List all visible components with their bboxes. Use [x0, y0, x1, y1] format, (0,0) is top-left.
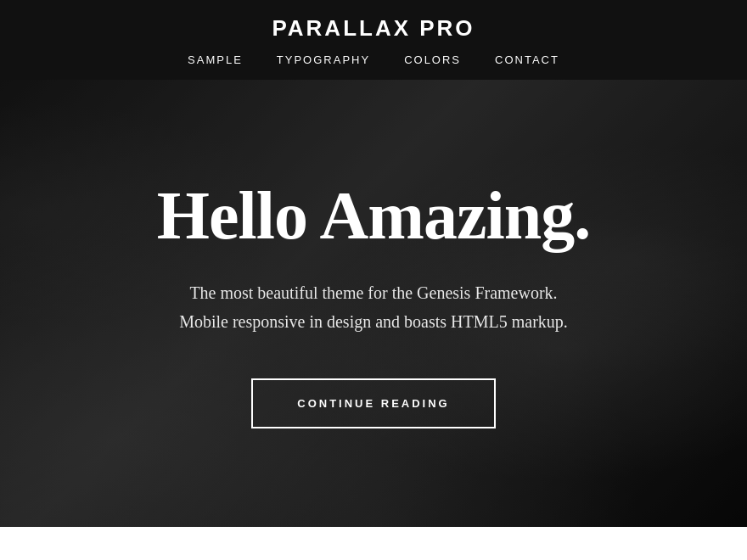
- nav-item-sample[interactable]: SAMPLE: [188, 53, 243, 66]
- nav-item-colors[interactable]: COLORS: [404, 53, 461, 66]
- site-header: PARALLAX PRO SAMPLE TYPOGRAPHY COLORS CO…: [0, 0, 747, 80]
- hero-subtext: The most beautiful theme for the Genesis…: [157, 278, 590, 336]
- nav-item-typography[interactable]: TYPOGRAPHY: [277, 53, 370, 66]
- hero-heading: Hello Amazing.: [157, 178, 590, 253]
- continue-reading-button[interactable]: CONTINUE READING: [251, 378, 495, 428]
- site-nav: SAMPLE TYPOGRAPHY COLORS CONTACT: [0, 53, 747, 66]
- hero-subtext-line1: The most beautiful theme for the Genesis…: [189, 283, 557, 302]
- hero-section: Hello Amazing. The most beautiful theme …: [0, 80, 747, 527]
- hero-content: Hello Amazing. The most beautiful theme …: [106, 178, 641, 428]
- hero-subtext-line2: Mobile responsive in design and boasts H…: [179, 312, 568, 331]
- site-title: PARALLAX PRO: [0, 15, 747, 42]
- nav-item-contact[interactable]: CONTACT: [495, 53, 559, 66]
